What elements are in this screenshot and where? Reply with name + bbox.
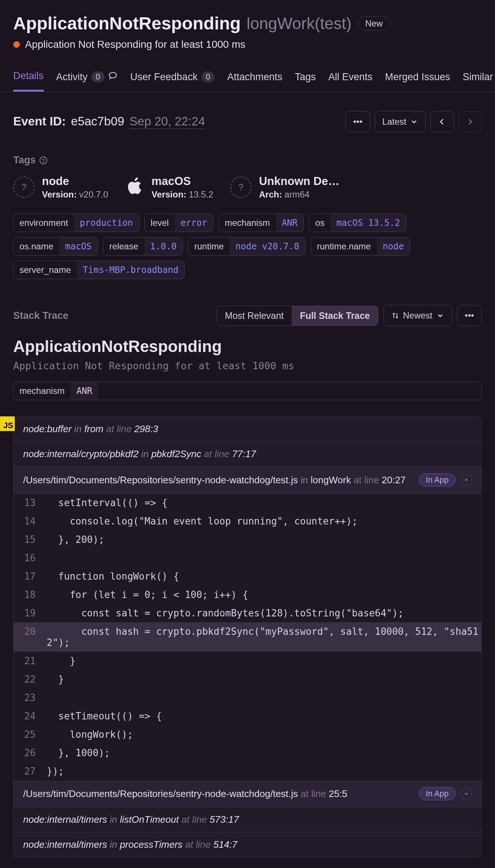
event-prev-button[interactable]: [430, 111, 454, 132]
stack-sort-dropdown[interactable]: Newest: [384, 305, 452, 326]
code-text: for (let i = 0; i < 100; i++) {: [43, 586, 481, 604]
stack-view-toggle: Most Relevant Full Stack Trace: [217, 306, 378, 326]
tag-value: node: [377, 238, 410, 255]
event-next-button[interactable]: [458, 111, 482, 132]
tab-all-events[interactable]: All Events: [328, 70, 373, 92]
line-number: 14: [14, 512, 43, 530]
code-line: 20 const hash = crypto.pbkdf2Sync("myPas…: [14, 622, 481, 652]
unknown-icon: ?: [230, 177, 252, 198]
chevron-left-icon: [438, 118, 446, 126]
tag-os[interactable]: osmacOS 13.5.2: [309, 214, 406, 232]
context-item-node[interactable]: ?nodeVersion: v20.7.0: [13, 175, 108, 200]
line-number: 19: [14, 604, 43, 622]
tag-value: macOS 13.5.2: [331, 214, 406, 232]
context-name: Unknown De…: [259, 175, 339, 188]
tag-runtime-name[interactable]: runtime.namenode: [311, 237, 410, 256]
tag-environment[interactable]: environmentproduction: [13, 214, 139, 232]
code-line: 18 for (let i = 0; i < 100; i++) {: [14, 586, 481, 604]
tab-label: Activity: [56, 71, 88, 83]
frame-function: listOnTimeout: [120, 814, 179, 825]
frame-path: node:internal/timers: [23, 814, 107, 825]
code-line: 19 const salt = crypto.randomBytes(128).…: [14, 604, 481, 622]
context-item-unknownde[interactable]: ?Unknown De…Arch: arm64: [230, 175, 339, 200]
context-meta: Version: v20.7.0: [42, 189, 108, 200]
code-text: console.log("Main event loop running", c…: [43, 512, 481, 530]
frame-path: /Users/tim/Documents/Repositories/sentry…: [23, 788, 298, 799]
line-number: 24: [14, 707, 43, 725]
in-app-badge: In App: [419, 787, 456, 800]
tag-value: production: [74, 214, 139, 232]
frame-path: node:internal/crypto/pbkdf2: [23, 448, 139, 459]
stack-sort-label: Newest: [403, 310, 432, 321]
frame-system[interactable]: node:internal/timers in listOnTimeout at…: [14, 807, 481, 832]
tabs-nav: DetailsActivity0User Feedback0Attachment…: [0, 70, 495, 92]
code-text: }, 1000);: [43, 744, 481, 762]
tag-key: runtime: [188, 238, 229, 255]
frame-path: node:buffer: [23, 423, 72, 434]
code-text: const hash = crypto.pbkdf2Sync("myPasswo…: [43, 622, 481, 652]
frame-line: 25:5: [329, 788, 348, 799]
tag-value: 1.0.0: [144, 238, 182, 255]
tag-key: mechanism: [14, 382, 71, 400]
tags-row: environmentproductionlevelerrormechanism…: [0, 200, 495, 279]
frame-app[interactable]: /Users/tim/Documents/Repositories/sentry…: [14, 780, 481, 807]
tab-user-feedback[interactable]: User Feedback0: [130, 70, 214, 92]
tag-mechanism[interactable]: mechanismANR: [218, 214, 304, 232]
tag-release[interactable]: release1.0.0: [103, 237, 183, 256]
tab-similar[interactable]: Similar: [463, 70, 493, 92]
frame-toggle-button[interactable]: [461, 474, 472, 485]
frame-function: from: [84, 423, 103, 434]
tab-merged-issues[interactable]: Merged Issues: [385, 70, 450, 92]
exception-mechanism-tag[interactable]: mechanism ANR: [13, 382, 482, 400]
frame-toggle-button[interactable]: [461, 788, 472, 799]
frame-app[interactable]: /Users/tim/Documents/Repositories/sentry…: [14, 467, 481, 494]
tab-details[interactable]: Details: [13, 70, 44, 92]
context-row: ?nodeVersion: v20.7.0macOSVersion: 13.5.…: [0, 175, 495, 200]
line-number: 21: [14, 652, 43, 670]
help-icon[interactable]: ?: [39, 156, 47, 164]
event-actions-menu[interactable]: •••: [345, 111, 370, 132]
event-latest-dropdown[interactable]: Latest: [375, 111, 426, 132]
tag-key: mechanism: [219, 214, 276, 232]
tags-section-heading: Tags: [13, 154, 36, 166]
chevron-down-icon: [410, 118, 418, 126]
code-text: }: [43, 670, 481, 689]
code-line: 23: [14, 689, 481, 707]
line-number: 16: [14, 549, 43, 567]
stack-view-most-relevant[interactable]: Most Relevant: [217, 306, 292, 326]
code-text: });: [43, 762, 481, 780]
frame-system[interactable]: node:internal/crypto/pbkdf2 in pbkdf2Syn…: [14, 442, 481, 467]
tab-attachments[interactable]: Attachments: [227, 70, 282, 92]
frame-line: 514:7: [213, 839, 237, 850]
context-item-macos[interactable]: macOSVersion: 13.5.2: [125, 175, 213, 200]
tag-runtime[interactable]: runtimenode v20.7.0: [188, 237, 305, 256]
tab-activity[interactable]: Activity0: [56, 70, 118, 92]
code-line: 17 function longWork() {: [14, 567, 481, 586]
tag-key: runtime.name: [311, 238, 377, 255]
ellipsis-icon: •••: [353, 117, 362, 127]
issue-summary: Application Not Responding for at least …: [25, 39, 245, 50]
issue-title: ApplicationNotResponding: [13, 13, 241, 33]
tag-level[interactable]: levelerror: [145, 214, 214, 232]
code-line: 25 longWork();: [14, 725, 481, 744]
frame-line: 20:27: [382, 474, 406, 485]
frame-system[interactable]: node:internal/timers in processTimers at…: [14, 832, 481, 857]
stack-more-menu[interactable]: •••: [457, 305, 482, 326]
chevron-right-icon: [466, 118, 474, 126]
frame-system[interactable]: node:buffer in from at line 298:3: [14, 417, 481, 442]
frame-line: 298:3: [134, 423, 158, 434]
code-text: }, 200);: [43, 530, 481, 549]
code-line: 13 setInterval(() => {: [14, 494, 481, 512]
event-timestamp[interactable]: Sep 20, 22:24: [129, 114, 205, 129]
code-line: 22 }: [14, 670, 481, 689]
line-number: 18: [14, 586, 43, 604]
code-text: setTimeout(() => {: [43, 707, 481, 725]
tag-server-name[interactable]: server_nameTims-MBP.broadband: [13, 261, 185, 279]
tab-tags[interactable]: Tags: [295, 70, 316, 92]
svg-text:?: ?: [42, 158, 45, 163]
stack-view-full[interactable]: Full Stack Trace: [292, 306, 378, 326]
context-meta: Arch: arm64: [259, 189, 339, 200]
line-number: 15: [14, 530, 43, 549]
tag-os-name[interactable]: os.namemacOS: [13, 237, 98, 256]
code-text: const salt = crypto.randomBytes(128).toS…: [43, 604, 481, 622]
